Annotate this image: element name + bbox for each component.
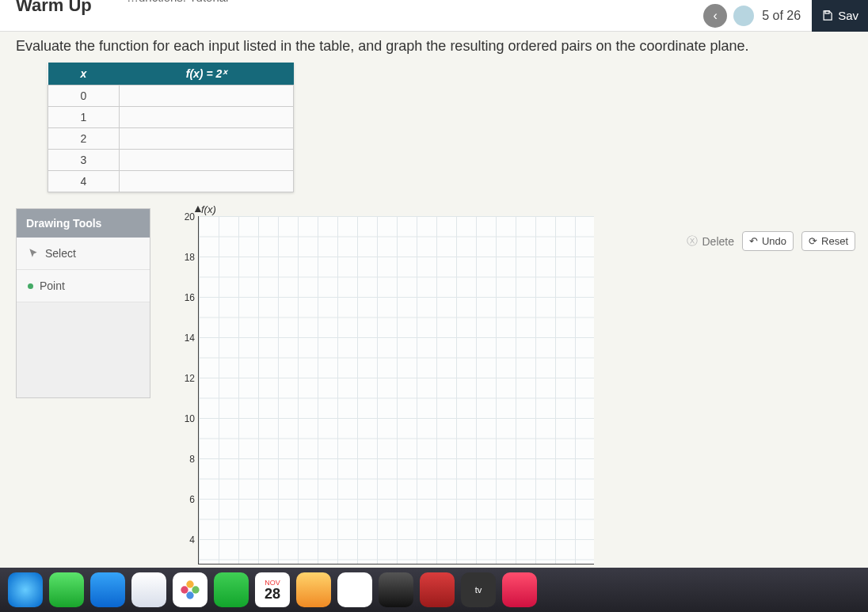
dock-app-icon[interactable] bbox=[337, 572, 372, 607]
instruction-text: Evaluate the function for each input lis… bbox=[16, 38, 852, 55]
delete-icon: ⓧ bbox=[687, 234, 698, 249]
delete-label: Delete bbox=[702, 235, 733, 248]
cursor-icon bbox=[28, 248, 39, 259]
dock-messages-icon[interactable] bbox=[49, 572, 84, 607]
col-header-fx: f(x) = 2ˣ bbox=[120, 63, 294, 86]
photos-flower-icon bbox=[179, 579, 201, 601]
tool-point-label: Point bbox=[40, 279, 65, 292]
y-tick: 20 bbox=[176, 211, 195, 222]
cell-x: 1 bbox=[48, 107, 120, 128]
chevron-left-icon: ‹ bbox=[714, 9, 718, 23]
cell-fx[interactable] bbox=[120, 171, 294, 192]
save-button[interactable]: Sav bbox=[812, 0, 868, 32]
undo-button[interactable]: ↶ Undo bbox=[742, 231, 794, 251]
table-row: 3 bbox=[48, 150, 294, 171]
dock-app-icon[interactable] bbox=[379, 572, 413, 607]
dock-app-icon[interactable] bbox=[502, 572, 537, 607]
graph-actions: ⓧ Delete ↶ Undo ⟳ Reset bbox=[687, 231, 855, 251]
cell-fx[interactable] bbox=[120, 150, 294, 171]
macos-dock: NOV 28 tv bbox=[0, 568, 868, 612]
dock-safari-icon[interactable] bbox=[8, 572, 43, 607]
save-label: Sav bbox=[838, 9, 858, 22]
drawing-tools-panel: Drawing Tools Select Point bbox=[16, 208, 150, 398]
table-row: 4 bbox=[48, 171, 294, 192]
y-tick: 8 bbox=[176, 454, 195, 465]
tool-select-label: Select bbox=[45, 247, 76, 260]
tv-label: tv bbox=[475, 585, 482, 595]
save-icon bbox=[821, 10, 833, 21]
grid[interactable] bbox=[198, 216, 594, 564]
undo-icon: ↶ bbox=[749, 235, 758, 247]
graph-area: Drawing Tools Select Point ▲ f(x) 20 18 … bbox=[16, 208, 852, 580]
svg-rect-0 bbox=[825, 11, 829, 13]
svg-point-1 bbox=[186, 580, 193, 587]
y-axis-label: f(x) bbox=[201, 203, 216, 215]
prev-button[interactable]: ‹ bbox=[703, 4, 727, 28]
function-table: x f(x) = 2ˣ 0 1 2 3 4 bbox=[48, 63, 294, 192]
progress-text: 5 of 26 bbox=[762, 9, 801, 23]
undo-label: Undo bbox=[762, 235, 786, 247]
y-tick: 4 bbox=[176, 534, 195, 545]
dock-mail-icon[interactable] bbox=[90, 572, 125, 607]
cell-x: 2 bbox=[48, 128, 120, 150]
cell-x: 0 bbox=[48, 86, 120, 107]
delete-button[interactable]: ⓧ Delete bbox=[687, 234, 733, 249]
y-tick: 12 bbox=[176, 373, 195, 384]
cell-x: 3 bbox=[48, 150, 120, 171]
tools-header: Drawing Tools bbox=[17, 209, 150, 238]
calendar-day: 28 bbox=[265, 587, 280, 601]
reset-label: Reset bbox=[821, 235, 848, 247]
reset-icon: ⟳ bbox=[809, 235, 817, 247]
content-area: Evaluate the function for each input lis… bbox=[0, 32, 868, 580]
svg-point-4 bbox=[181, 586, 188, 593]
dock-app-icon[interactable] bbox=[131, 572, 166, 607]
top-bar: …unctions: Tutorial Warm Up ‹ 5 of 26 Sa… bbox=[0, 0, 868, 32]
dock-photos-icon[interactable] bbox=[173, 572, 207, 607]
cell-fx[interactable] bbox=[120, 107, 294, 128]
dock-app-icon[interactable] bbox=[296, 572, 331, 607]
breadcrumb: …unctions: Tutorial bbox=[127, 0, 228, 4]
dock-app-icon[interactable] bbox=[420, 572, 455, 607]
col-header-x: x bbox=[48, 63, 120, 86]
dock-tv-icon[interactable]: tv bbox=[461, 572, 496, 607]
dock-calendar-icon[interactable]: NOV 28 bbox=[255, 572, 290, 607]
tool-point[interactable]: Point bbox=[17, 270, 150, 302]
y-tick: 10 bbox=[176, 413, 195, 424]
cell-fx[interactable] bbox=[120, 86, 294, 107]
svg-point-2 bbox=[192, 586, 199, 593]
cell-x: 4 bbox=[48, 171, 120, 192]
tools-spacer bbox=[17, 302, 150, 397]
dock-facetime-icon[interactable] bbox=[214, 572, 249, 607]
progress-indicator-icon bbox=[733, 6, 754, 26]
reset-button[interactable]: ⟳ Reset bbox=[801, 231, 855, 251]
point-icon bbox=[28, 283, 33, 289]
coordinate-plane[interactable]: ▲ f(x) 20 18 16 14 12 10 8 6 4 bbox=[174, 208, 618, 580]
tool-select[interactable]: Select bbox=[17, 238, 150, 270]
y-tick: 18 bbox=[176, 252, 195, 263]
y-tick: 6 bbox=[176, 494, 195, 505]
table-row: 2 bbox=[48, 128, 294, 150]
y-tick: 16 bbox=[176, 292, 195, 303]
table-row: 1 bbox=[48, 107, 294, 128]
page-title: Warm Up bbox=[16, 0, 92, 16]
svg-point-3 bbox=[186, 591, 193, 599]
cell-fx[interactable] bbox=[120, 128, 294, 150]
table-row: 0 bbox=[48, 86, 294, 107]
y-tick: 14 bbox=[176, 333, 195, 344]
